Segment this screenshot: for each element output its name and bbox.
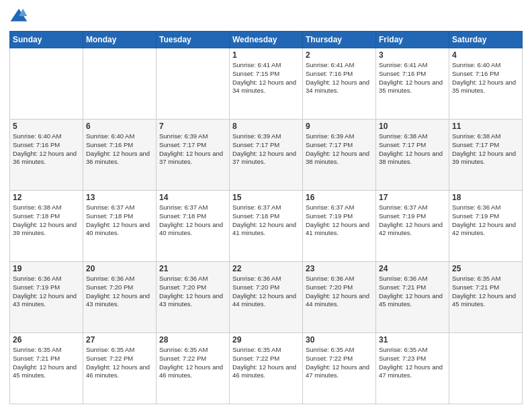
day-of-week-header: Friday <box>376 32 449 48</box>
calendar-cell: 2Sunrise: 6:41 AM Sunset: 7:16 PM Daylig… <box>303 48 376 120</box>
day-info: Sunrise: 6:35 AM Sunset: 7:21 PM Dayligh… <box>452 275 519 309</box>
calendar-cell: 14Sunrise: 6:37 AM Sunset: 7:18 PM Dayli… <box>157 191 230 262</box>
day-info: Sunrise: 6:41 AM Sunset: 7:16 PM Dayligh… <box>379 61 446 95</box>
day-of-week-header: Saturday <box>449 32 523 48</box>
calendar-cell: 31Sunrise: 6:35 AM Sunset: 7:23 PM Dayli… <box>376 333 449 404</box>
day-of-week-header: Tuesday <box>157 32 230 48</box>
calendar-cell: 3Sunrise: 6:41 AM Sunset: 7:16 PM Daylig… <box>376 48 449 120</box>
day-info: Sunrise: 6:41 AM Sunset: 7:15 PM Dayligh… <box>232 61 300 95</box>
calendar-cell: 15Sunrise: 6:37 AM Sunset: 7:18 PM Dayli… <box>230 191 303 262</box>
day-info: Sunrise: 6:36 AM Sunset: 7:21 PM Dayligh… <box>379 275 446 309</box>
day-info: Sunrise: 6:38 AM Sunset: 7:18 PM Dayligh… <box>13 203 80 238</box>
day-number: 4 <box>452 50 519 60</box>
calendar-cell: 21Sunrise: 6:36 AM Sunset: 7:20 PM Dayli… <box>157 262 230 333</box>
page: SundayMondayTuesdayWednesdayThursdayFrid… <box>0 0 532 411</box>
calendar-cell: 18Sunrise: 6:36 AM Sunset: 7:19 PM Dayli… <box>449 191 523 262</box>
day-number: 1 <box>232 50 300 60</box>
calendar-cell: 17Sunrise: 6:37 AM Sunset: 7:19 PM Dayli… <box>376 191 449 262</box>
calendar-cell: 23Sunrise: 6:36 AM Sunset: 7:20 PM Dayli… <box>303 262 376 333</box>
day-number: 5 <box>13 122 80 131</box>
day-info: Sunrise: 6:35 AM Sunset: 7:23 PM Dayligh… <box>379 346 446 380</box>
calendar-cell: 24Sunrise: 6:36 AM Sunset: 7:21 PM Dayli… <box>376 262 449 333</box>
calendar-cell: 29Sunrise: 6:35 AM Sunset: 7:22 PM Dayli… <box>230 333 303 404</box>
day-info: Sunrise: 6:37 AM Sunset: 7:19 PM Dayligh… <box>379 203 446 238</box>
day-number: 18 <box>452 193 519 202</box>
day-number: 29 <box>232 335 300 345</box>
day-of-week-header: Thursday <box>303 32 376 48</box>
day-info: Sunrise: 6:35 AM Sunset: 7:22 PM Dayligh… <box>306 346 373 380</box>
day-number: 10 <box>379 122 446 131</box>
day-info: Sunrise: 6:36 AM Sunset: 7:20 PM Dayligh… <box>159 275 226 309</box>
calendar-cell: 16Sunrise: 6:37 AM Sunset: 7:19 PM Dayli… <box>303 191 376 262</box>
day-info: Sunrise: 6:35 AM Sunset: 7:22 PM Dayligh… <box>232 346 300 380</box>
calendar-week-row: 5Sunrise: 6:40 AM Sunset: 7:16 PM Daylig… <box>10 120 523 191</box>
calendar-cell: 11Sunrise: 6:38 AM Sunset: 7:17 PM Dayli… <box>449 120 523 191</box>
calendar-cell: 30Sunrise: 6:35 AM Sunset: 7:22 PM Dayli… <box>303 333 376 404</box>
calendar-cell: 8Sunrise: 6:39 AM Sunset: 7:17 PM Daylig… <box>230 120 303 191</box>
day-number: 30 <box>306 335 373 345</box>
calendar-cell: 10Sunrise: 6:38 AM Sunset: 7:17 PM Dayli… <box>376 120 449 191</box>
calendar-cell: 28Sunrise: 6:35 AM Sunset: 7:22 PM Dayli… <box>157 333 230 404</box>
calendar-header: SundayMondayTuesdayWednesdayThursdayFrid… <box>10 32 523 48</box>
day-info: Sunrise: 6:40 AM Sunset: 7:16 PM Dayligh… <box>13 132 80 167</box>
calendar-cell: 4Sunrise: 6:40 AM Sunset: 7:16 PM Daylig… <box>449 48 523 120</box>
calendar-cell: 27Sunrise: 6:35 AM Sunset: 7:22 PM Dayli… <box>83 333 157 404</box>
day-number: 22 <box>232 264 300 273</box>
day-info: Sunrise: 6:36 AM Sunset: 7:20 PM Dayligh… <box>86 275 153 309</box>
day-number: 11 <box>452 122 519 131</box>
calendar-cell <box>449 333 523 404</box>
day-number: 8 <box>232 122 300 131</box>
calendar-cell <box>157 48 230 120</box>
day-info: Sunrise: 6:35 AM Sunset: 7:21 PM Dayligh… <box>13 346 80 380</box>
day-number: 16 <box>306 193 373 202</box>
day-number: 25 <box>452 264 519 273</box>
day-number: 28 <box>159 335 226 345</box>
day-info: Sunrise: 6:38 AM Sunset: 7:17 PM Dayligh… <box>379 132 446 167</box>
day-number: 23 <box>306 264 373 273</box>
calendar-cell: 9Sunrise: 6:39 AM Sunset: 7:17 PM Daylig… <box>303 120 376 191</box>
day-info: Sunrise: 6:36 AM Sunset: 7:19 PM Dayligh… <box>452 203 519 238</box>
day-info: Sunrise: 6:37 AM Sunset: 7:19 PM Dayligh… <box>306 203 373 238</box>
day-info: Sunrise: 6:35 AM Sunset: 7:22 PM Dayligh… <box>86 346 153 380</box>
day-of-week-header: Monday <box>83 32 157 48</box>
calendar-cell: 25Sunrise: 6:35 AM Sunset: 7:21 PM Dayli… <box>449 262 523 333</box>
day-info: Sunrise: 6:37 AM Sunset: 7:18 PM Dayligh… <box>232 203 300 238</box>
header <box>9 7 523 26</box>
calendar-cell: 13Sunrise: 6:37 AM Sunset: 7:18 PM Dayli… <box>83 191 157 262</box>
calendar-cell: 19Sunrise: 6:36 AM Sunset: 7:19 PM Dayli… <box>10 262 83 333</box>
day-number: 26 <box>13 335 80 345</box>
day-number: 27 <box>86 335 153 345</box>
day-number: 13 <box>86 193 153 202</box>
day-info: Sunrise: 6:38 AM Sunset: 7:17 PM Dayligh… <box>452 132 519 167</box>
day-info: Sunrise: 6:36 AM Sunset: 7:20 PM Dayligh… <box>306 275 373 309</box>
day-info: Sunrise: 6:40 AM Sunset: 7:16 PM Dayligh… <box>86 132 153 167</box>
day-info: Sunrise: 6:35 AM Sunset: 7:22 PM Dayligh… <box>159 346 226 380</box>
day-number: 6 <box>86 122 153 131</box>
day-of-week-header: Sunday <box>10 32 83 48</box>
day-number: 31 <box>379 335 446 345</box>
calendar-cell: 7Sunrise: 6:39 AM Sunset: 7:17 PM Daylig… <box>157 120 230 191</box>
calendar-cell: 12Sunrise: 6:38 AM Sunset: 7:18 PM Dayli… <box>10 191 83 262</box>
day-number: 9 <box>306 122 373 131</box>
calendar-cell: 20Sunrise: 6:36 AM Sunset: 7:20 PM Dayli… <box>83 262 157 333</box>
day-number: 19 <box>13 264 80 273</box>
calendar-cell: 1Sunrise: 6:41 AM Sunset: 7:15 PM Daylig… <box>230 48 303 120</box>
day-number: 20 <box>86 264 153 273</box>
calendar-week-row: 26Sunrise: 6:35 AM Sunset: 7:21 PM Dayli… <box>10 333 523 404</box>
day-info: Sunrise: 6:36 AM Sunset: 7:20 PM Dayligh… <box>232 275 300 309</box>
calendar-cell: 5Sunrise: 6:40 AM Sunset: 7:16 PM Daylig… <box>10 120 83 191</box>
calendar-week-row: 1Sunrise: 6:41 AM Sunset: 7:15 PM Daylig… <box>10 48 523 120</box>
calendar-body: 1Sunrise: 6:41 AM Sunset: 7:15 PM Daylig… <box>10 48 523 404</box>
day-info: Sunrise: 6:41 AM Sunset: 7:16 PM Dayligh… <box>306 61 373 95</box>
day-number: 15 <box>232 193 300 202</box>
day-number: 2 <box>306 50 373 60</box>
day-number: 17 <box>379 193 446 202</box>
logo-icon <box>9 7 28 26</box>
calendar-cell <box>10 48 83 120</box>
day-info: Sunrise: 6:40 AM Sunset: 7:16 PM Dayligh… <box>452 61 519 95</box>
calendar-cell: 6Sunrise: 6:40 AM Sunset: 7:16 PM Daylig… <box>83 120 157 191</box>
calendar-week-row: 12Sunrise: 6:38 AM Sunset: 7:18 PM Dayli… <box>10 191 523 262</box>
calendar-week-row: 19Sunrise: 6:36 AM Sunset: 7:19 PM Dayli… <box>10 262 523 333</box>
day-number: 24 <box>379 264 446 273</box>
day-info: Sunrise: 6:39 AM Sunset: 7:17 PM Dayligh… <box>159 132 226 167</box>
